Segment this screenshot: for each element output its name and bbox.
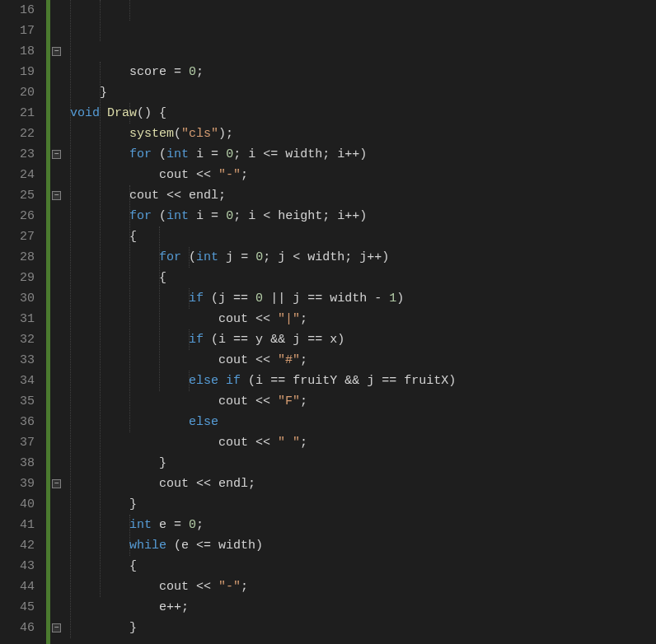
line-number: 40 [0, 494, 35, 515]
line-number: 18 [0, 41, 35, 62]
fold-collapse-icon[interactable]: − [52, 623, 61, 632]
line-number: 45 [0, 597, 35, 618]
line-number: 21 [0, 103, 35, 124]
fold-collapse-icon[interactable]: − [52, 150, 61, 159]
line-number: 29 [0, 268, 35, 288]
code-line[interactable]: void Draw() { [70, 103, 656, 124]
code-line[interactable]: else if (i == fruitY && j == fruitX) [70, 371, 656, 391]
fold-collapse-icon[interactable]: − [52, 47, 61, 56]
code-line[interactable]: } [70, 494, 656, 515]
fold-gutter: −−−−− [50, 0, 65, 644]
code-line[interactable]: cout << " "; [70, 432, 656, 453]
code-line[interactable]: for (int i = 0; i < height; i++) [70, 206, 656, 226]
code-line[interactable]: cout << endl; [70, 474, 656, 494]
code-line[interactable]: { [70, 268, 656, 288]
line-number: 46 [0, 618, 35, 638]
code-line[interactable]: } [70, 453, 656, 474]
code-line[interactable]: cout << "#"; [70, 350, 656, 371]
code-line[interactable]: cout << "|"; [70, 309, 656, 329]
line-number: 44 [0, 576, 35, 597]
code-line[interactable]: cout << "-"; [70, 576, 656, 597]
code-line[interactable]: cout << endl; [70, 185, 656, 206]
line-number: 30 [0, 288, 35, 309]
line-number: 42 [0, 535, 35, 556]
line-number: 31 [0, 309, 35, 329]
line-number: 43 [0, 556, 35, 576]
code-line[interactable]: cout << "F"; [70, 391, 656, 412]
code-line[interactable]: cout << "-"; [70, 165, 656, 185]
code-line[interactable]: while (e <= width) [70, 535, 656, 556]
line-number: 37 [0, 432, 35, 453]
code-line[interactable]: for (int i = 0; i <= width; i++) [70, 144, 656, 165]
line-number: 22 [0, 124, 35, 144]
line-number: 41 [0, 515, 35, 535]
code-line[interactable]: e++; [70, 597, 656, 618]
line-number: 34 [0, 371, 35, 391]
line-number: 28 [0, 247, 35, 268]
code-editor[interactable]: 1617181920212223242526272829303132333435… [0, 0, 656, 644]
code-line[interactable]: else [70, 412, 656, 432]
line-number: 17 [0, 21, 35, 41]
code-line[interactable]: } [70, 618, 656, 638]
line-number: 25 [0, 185, 35, 206]
code-line[interactable] [70, 638, 656, 644]
line-number: 33 [0, 350, 35, 371]
code-text-area[interactable]: score = 0; }void Draw() { system("cls");… [65, 0, 656, 644]
fold-collapse-icon[interactable]: − [52, 191, 61, 200]
code-line[interactable]: system("cls"); [70, 124, 656, 144]
line-number: 35 [0, 391, 35, 412]
code-line[interactable]: { [70, 556, 656, 576]
line-number: 39 [0, 474, 35, 494]
code-line[interactable]: score = 0; [70, 62, 656, 82]
line-number: 16 [0, 0, 35, 21]
code-line[interactable]: if (i == y && j == x) [70, 329, 656, 350]
code-line[interactable]: for (int j = 0; j < width; j++) [70, 247, 656, 268]
code-line[interactable]: int e = 0; [70, 515, 656, 535]
fold-collapse-icon[interactable]: − [52, 479, 61, 488]
line-number: 19 [0, 62, 35, 82]
code-line[interactable]: } [70, 82, 656, 103]
line-number: 27 [0, 226, 35, 247]
line-number: 24 [0, 165, 35, 185]
code-line[interactable]: { [70, 226, 656, 247]
line-number: 32 [0, 329, 35, 350]
line-number: 38 [0, 453, 35, 474]
line-number: 20 [0, 82, 35, 103]
code-line[interactable]: if (j == 0 || j == width - 1) [70, 288, 656, 309]
line-number-gutter: 1617181920212223242526272829303132333435… [0, 0, 46, 644]
line-number: 26 [0, 206, 35, 226]
line-number: 36 [0, 412, 35, 432]
line-number: 23 [0, 144, 35, 165]
